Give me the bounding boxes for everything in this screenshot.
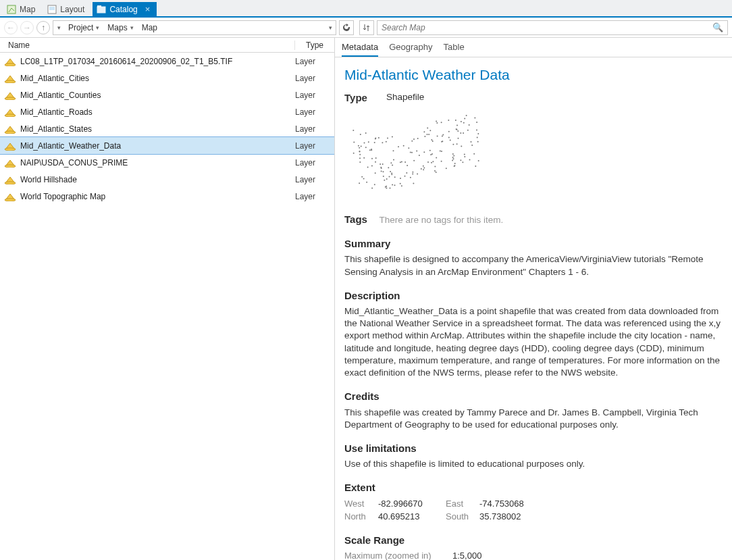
svg-point-145 [428, 134, 429, 135]
svg-point-155 [412, 173, 413, 174]
svg-rect-0 [7, 5, 16, 14]
svg-point-68 [466, 114, 467, 116]
svg-point-46 [360, 134, 361, 135]
chevron-down-icon[interactable]: ▾ [325, 24, 336, 31]
breadcrumb-seg-maps[interactable]: Maps ▾ [103, 23, 137, 32]
tab-catalog[interactable]: Catalog × [93, 2, 157, 16]
tab-metadata[interactable]: Metadata [342, 42, 378, 57]
catalog-row[interactable]: LC08_L1TP_017034_20160614_20200906_02_T1… [0, 53, 334, 70]
catalog-row-name: Mid_Atlantic_Counties [20, 91, 295, 100]
svg-point-173 [456, 128, 458, 130]
svg-point-188 [375, 138, 376, 139]
svg-point-111 [393, 159, 394, 160]
tags-value: There are no tags for this item. [379, 215, 503, 225]
svg-point-66 [404, 161, 406, 163]
svg-point-182 [462, 161, 463, 163]
svg-point-137 [454, 166, 455, 167]
svg-point-56 [432, 153, 433, 155]
scale-max-value: 1:5,000 [452, 550, 723, 560]
svg-point-169 [423, 131, 425, 132]
svg-point-78 [471, 141, 472, 143]
svg-point-168 [380, 163, 381, 165]
svg-point-125 [457, 130, 459, 132]
catalog-row-name: Mid_Atlantic_Cities [20, 74, 295, 83]
svg-point-131 [429, 149, 431, 151]
svg-point-38 [366, 181, 367, 182]
catalog-row-type: Layer [295, 175, 334, 184]
description-text: Mid_Atlantic_Weather_Data is a point sha… [344, 305, 723, 379]
close-icon[interactable]: × [145, 4, 151, 14]
layer-icon [4, 107, 16, 117]
credits-text: This shapefile was created by Tammy Pare… [344, 407, 723, 431]
breadcrumb-seg-map[interactable]: Map [138, 23, 161, 32]
svg-point-22 [5, 199, 16, 201]
catalog-row[interactable]: Mid_Atlantic_RoadsLayer [0, 103, 334, 120]
tab-map[interactable]: Map [3, 3, 42, 16]
svg-point-133 [359, 157, 361, 159]
svg-point-103 [403, 145, 404, 146]
catalog-row-name: NAIP\USDA_CONUS_PRIME [20, 158, 295, 168]
nav-up-button[interactable]: ↑ [36, 21, 50, 34]
catalog-row[interactable]: NAIP\USDA_CONUS_PRIMELayer [0, 154, 334, 171]
catalog-row-name: Mid_Atlantic_States [20, 124, 295, 134]
column-header-type[interactable]: Type [295, 41, 334, 50]
svg-point-84 [432, 141, 434, 142]
svg-point-14 [5, 131, 16, 134]
column-header-name[interactable]: Name [0, 41, 295, 50]
catalog-row[interactable]: Mid_Atlantic_CitiesLayer [0, 70, 334, 86]
sort-button[interactable] [359, 20, 374, 35]
tab-layout[interactable]: Layout [43, 3, 91, 16]
svg-point-71 [368, 141, 369, 143]
svg-point-86 [417, 137, 419, 138]
catalog-row[interactable]: Mid_Atlantic_StatesLayer [0, 120, 334, 137]
catalog-row[interactable]: World HillshadeLayer [0, 171, 334, 188]
svg-point-81 [416, 150, 417, 151]
svg-point-158 [437, 135, 438, 136]
svg-point-117 [400, 178, 401, 179]
tab-geography[interactable]: Geography [389, 42, 432, 57]
chevron-down-icon[interactable]: ▾ [96, 24, 99, 31]
breadcrumb[interactable]: ▾ Project ▾ Maps ▾ Map ▾ [53, 20, 336, 35]
layer-icon [4, 141, 16, 151]
catalog-row[interactable]: Mid_Atlantic_CountiesLayer [0, 86, 334, 103]
svg-point-180 [441, 122, 442, 123]
chevron-down-icon[interactable]: ▾ [130, 24, 134, 31]
svg-point-140 [400, 161, 401, 163]
summary-text: This shapefile is designed to accompany … [344, 253, 723, 278]
svg-point-85 [364, 142, 365, 143]
svg-point-33 [371, 157, 373, 159]
svg-point-23 [464, 156, 465, 157]
extent-heading: Extent [344, 481, 723, 494]
breadcrumb-seg-project[interactable]: Project ▾ [64, 23, 103, 32]
svg-point-49 [413, 138, 415, 140]
svg-point-178 [477, 141, 479, 142]
tab-table[interactable]: Table [444, 42, 465, 57]
svg-rect-3 [97, 7, 105, 13]
extent-south-label: South [446, 511, 479, 523]
svg-point-148 [442, 134, 444, 135]
extent-north-label: North [344, 511, 378, 523]
search-input[interactable] [382, 23, 708, 32]
refresh-button[interactable] [339, 20, 354, 35]
svg-point-154 [382, 163, 384, 164]
catalog-row-type: Layer [295, 74, 334, 83]
nav-back-button[interactable]: ← [4, 21, 18, 34]
svg-point-47 [404, 175, 406, 176]
svg-point-122 [448, 136, 450, 138]
svg-point-151 [413, 182, 414, 184]
catalog-row[interactable]: World Topographic MapLayer [0, 188, 334, 205]
catalog-icon [97, 5, 106, 14]
svg-point-72 [361, 176, 363, 177]
svg-point-108 [388, 167, 389, 168]
nav-forward-button[interactable]: → [20, 21, 34, 34]
search-icon[interactable]: 🔍 [712, 22, 723, 32]
layer-icon [4, 192, 16, 201]
svg-point-135 [392, 136, 393, 137]
svg-point-183 [460, 132, 461, 134]
svg-point-159 [386, 141, 387, 142]
catalog-row[interactable]: Mid_Atlantic_Weather_DataLayer [0, 137, 334, 154]
type-value: Shapefile [386, 91, 424, 105]
chevron-down-icon[interactable]: ▾ [53, 24, 64, 31]
layer-icon [4, 57, 16, 66]
svg-point-55 [431, 139, 432, 141]
